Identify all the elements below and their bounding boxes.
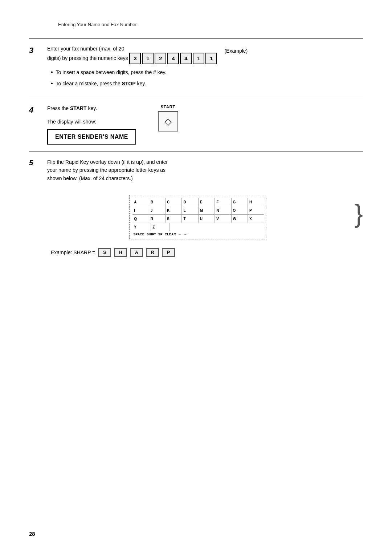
kbd-cell-w: W	[232, 215, 248, 223]
header-text: Entering Your Name and Fax Number	[58, 22, 363, 27]
sharp-key-h: H	[114, 248, 127, 257]
kbd-cell-o: O	[232, 206, 248, 214]
keyboard-outer: A B C D E F G H I J K L M N O	[44, 187, 363, 239]
kbd-cell-r: R	[149, 215, 166, 223]
sharp-key-s: S	[98, 248, 111, 257]
step-3-example: (Example)	[224, 45, 248, 55]
kbd-cell-f: F	[215, 198, 231, 206]
kbd-cell-q: Q	[132, 215, 149, 223]
step-4-text-block: Press the START key. The display will sh…	[47, 105, 136, 145]
step-3-number: 3	[29, 46, 40, 55]
kbd-right-arrow: →	[184, 232, 187, 236]
page-header: Entering Your Name and Fax Number	[29, 22, 363, 27]
step-3-text-block: Enter your fax number (max. of 20 digits…	[47, 45, 217, 91]
step-4-content: Press the START key. The display will sh…	[47, 105, 363, 145]
step-3-main: Enter your fax number (max. of 20 digits…	[47, 45, 363, 91]
divider-3	[29, 151, 363, 151]
kbd-clear: CLEAR	[165, 232, 176, 236]
keyboard-container: A B C D E F G H I J K L M N O	[129, 195, 267, 239]
sharp-example-label: Example: SHARP =	[51, 250, 95, 255]
step-4-row: 4 Press the START key. The display will …	[29, 105, 363, 145]
bullet-stop-text: To clear a mistake, press the STOP key.	[56, 80, 146, 88]
kbd-cell-empty	[170, 223, 264, 231]
kbd-cell-a: A	[132, 198, 149, 206]
bullet-stop: To clear a mistake, press the STOP key.	[51, 80, 217, 88]
display-box: ENTER SENDER'S NAME	[47, 129, 136, 145]
start-button[interactable]: ◇	[158, 111, 178, 131]
sharp-key-r: R	[146, 248, 159, 257]
step-4-right: START ◇	[158, 105, 178, 131]
kbd-cell-j: J	[149, 206, 166, 214]
display-will-show: The display will show:	[47, 118, 136, 126]
key-4b: 4	[180, 53, 192, 64]
step-4-text: Press the START key.	[47, 105, 136, 112]
kbd-row-2: I J K L M N O P	[132, 206, 264, 215]
numeric-keys-display: 3 1 2 4 4 1 1	[129, 53, 217, 64]
step-5: 5 Flip the Rapid Key overlay down (if it…	[29, 158, 363, 257]
step-3-text: Enter your fax number (max. of 20 digits…	[47, 45, 217, 64]
kbd-cell-l: L	[182, 206, 198, 214]
display-text: ENTER SENDER'S NAME	[55, 134, 128, 140]
kbd-shift: SHIFT	[147, 232, 156, 236]
bullet-space-text: To insert a space between digits, press …	[56, 69, 167, 76]
divider-2	[29, 98, 363, 98]
kbd-cell-e: E	[199, 198, 215, 206]
key-1b: 1	[193, 53, 204, 64]
step-3-bullets: To insert a space between digits, press …	[51, 69, 217, 88]
sharp-example: Example: SHARP = S H A R P	[51, 248, 363, 257]
step-3-row: 3 Enter your fax number (max. of 20 digi…	[29, 45, 363, 91]
kbd-cell-s: S	[166, 215, 182, 223]
kbd-bottom-row: SPACE SHIFT SP CLEAR ← →	[132, 232, 264, 236]
brace-icon: }	[355, 187, 363, 239]
key-4a: 4	[167, 53, 179, 64]
step-5-number: 5	[29, 159, 40, 167]
step-5-content: Flip the Rapid Key overlay down (if it i…	[47, 158, 363, 182]
kbd-cell-d: D	[182, 198, 198, 206]
step-5-text: Flip the Rapid Key overlay down (if it i…	[47, 158, 178, 182]
kbd-cell-p: P	[248, 206, 264, 214]
kbd-cell-m: M	[199, 206, 215, 214]
step-5-row: 5 Flip the Rapid Key overlay down (if it…	[29, 158, 363, 182]
page-number: 28	[29, 531, 35, 537]
kbd-cell-b: B	[149, 198, 166, 206]
kbd-row-4: Y Z	[132, 223, 264, 231]
step-3-text2: digits) by pressing the numeric keys	[47, 55, 128, 61]
kbd-cell-k: K	[166, 206, 182, 214]
kbd-cell-z: Z	[151, 223, 170, 231]
kbd-cell-h: H	[248, 198, 264, 206]
kbd-cell-x: X	[248, 215, 264, 223]
kbd-left-arrow: ←	[178, 232, 181, 236]
kbd-cell-v: V	[215, 215, 231, 223]
keyboard-diagram: A B C D E F G H I J K L M N O	[129, 195, 267, 239]
sharp-key-p: P	[162, 248, 175, 257]
step-3-content: Enter your fax number (max. of 20 digits…	[47, 45, 363, 91]
kbd-cell-g: G	[232, 198, 248, 206]
kbd-cell-c: C	[166, 198, 182, 206]
bullet-space: To insert a space between digits, press …	[51, 69, 217, 76]
example-label: (Example)	[224, 47, 248, 55]
kbd-row-1: A B C D E F G H	[132, 198, 264, 206]
step-4: 4 Press the START key. The display will …	[29, 105, 363, 145]
kbd-sp: SP	[158, 232, 163, 236]
key-1a: 1	[142, 53, 154, 64]
step-3-text1: Enter your fax number (max. of 20	[47, 46, 124, 52]
kbd-cell-n: N	[215, 206, 231, 214]
kbd-row-3: Q R S T U V W X	[132, 215, 264, 223]
key-2: 2	[155, 53, 166, 64]
start-label: START	[160, 105, 175, 109]
sharp-key-a: A	[130, 248, 143, 257]
kbd-space: SPACE	[133, 232, 144, 236]
divider-top	[29, 38, 363, 39]
key-1c: 1	[205, 53, 217, 64]
kbd-cell-i: I	[132, 206, 149, 214]
kbd-cell-u: U	[199, 215, 215, 223]
kbd-cell-t: T	[182, 215, 198, 223]
step-3: 3 Enter your fax number (max. of 20 digi…	[29, 45, 363, 91]
diamond-icon: ◇	[164, 116, 172, 127]
step-4-number: 4	[29, 105, 40, 115]
key-3: 3	[129, 53, 141, 64]
kbd-cell-y: Y	[132, 223, 151, 231]
